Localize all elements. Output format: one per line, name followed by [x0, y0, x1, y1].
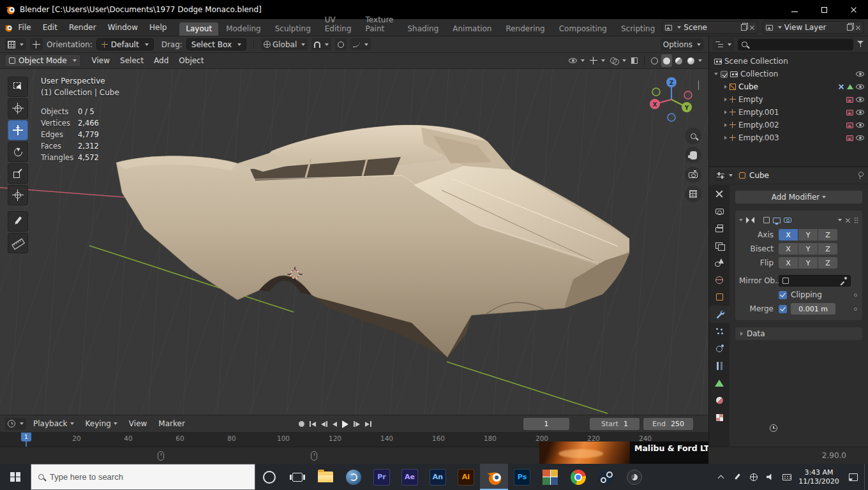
remove-view-layer-icon[interactable]	[855, 25, 861, 31]
tab-modifiers[interactable]	[709, 306, 730, 323]
show-desktop-button[interactable]	[864, 464, 868, 490]
menu-help[interactable]: Help	[144, 19, 172, 36]
gizmo-neg-x-axis[interactable]	[684, 91, 692, 99]
tab-material[interactable]	[709, 392, 730, 409]
timeline-editor-selector[interactable]	[5, 418, 26, 430]
gizmo-neg-y-axis[interactable]	[652, 88, 660, 96]
jump-to-end-button[interactable]	[365, 421, 371, 427]
shading-wireframe-button[interactable]	[649, 54, 660, 67]
outliner-row-empty-003[interactable]: Empty.003	[709, 131, 868, 144]
pin-icon[interactable]	[857, 172, 863, 179]
edit-mode-display-toggle[interactable]	[763, 217, 770, 223]
blender-app-menu-icon[interactable]	[4, 23, 13, 33]
menu-keying[interactable]: Keying	[81, 419, 122, 428]
tab-texture[interactable]	[709, 409, 730, 426]
tab-physics[interactable]	[709, 340, 730, 357]
outliner-search-input[interactable]	[751, 41, 849, 48]
menu-object[interactable]: Object	[174, 56, 208, 65]
tab-animation[interactable]: Animation	[446, 22, 498, 36]
tab-shading[interactable]: Shading	[401, 22, 445, 36]
tool-measure[interactable]	[8, 233, 28, 253]
tool-scale[interactable]	[8, 163, 28, 184]
taskbar-photos[interactable]	[536, 464, 564, 490]
editor-type-selector[interactable]	[5, 38, 26, 50]
active-tool-indicator[interactable]	[30, 38, 43, 50]
zoom-button[interactable]	[685, 128, 701, 144]
shading-solid-button[interactable]	[661, 54, 672, 67]
disclosure-icon[interactable]	[724, 98, 727, 101]
navigation-gizmo[interactable]: Z Y X	[646, 75, 700, 129]
snap-toggle[interactable]	[311, 38, 331, 50]
falloff-dropdown[interactable]	[350, 38, 371, 50]
unlink-scene-icon[interactable]	[749, 25, 755, 31]
pan-button[interactable]	[685, 147, 701, 163]
tab-world[interactable]	[709, 271, 730, 288]
transform-orientation-dropdown[interactable]: Global	[261, 38, 308, 50]
tray-volume[interactable]	[762, 464, 779, 490]
outliner-row-empty-002[interactable]: Empty.002	[709, 119, 868, 131]
car-model-3d[interactable]	[116, 125, 629, 357]
tray-network[interactable]	[745, 464, 762, 490]
tray-touch-keyboard[interactable]	[779, 464, 795, 490]
action-center-button[interactable]	[842, 464, 864, 490]
start-button[interactable]	[0, 464, 31, 490]
drag-dropdown[interactable]: Select Box	[186, 38, 246, 50]
tab-object[interactable]	[709, 288, 730, 306]
jump-to-start-button[interactable]	[310, 421, 316, 427]
animate-dot-icon[interactable]	[854, 293, 857, 297]
disclosure-icon[interactable]	[724, 85, 727, 89]
shading-material-button[interactable]	[673, 54, 684, 67]
tool-transform[interactable]	[8, 185, 28, 205]
outliner-row-scene-collection[interactable]: Scene Collection	[709, 55, 868, 68]
merge-threshold-field[interactable]: 0.001 m	[791, 303, 835, 315]
flip-z-button[interactable]: Z	[818, 257, 837, 269]
tool-move[interactable]	[8, 120, 28, 140]
disclosure-icon[interactable]	[724, 123, 727, 127]
overlays-dropdown[interactable]	[608, 54, 628, 67]
taskbar-search[interactable]	[31, 464, 255, 490]
axis-z-button[interactable]: Z	[818, 229, 837, 241]
end-frame-field[interactable]: End250	[643, 418, 693, 430]
cortana-button[interactable]	[255, 464, 283, 490]
disclosure-icon[interactable]	[724, 136, 727, 140]
media-notification-popup[interactable]: Malibu & Ford LTD II Tom Kite...	[539, 442, 708, 464]
taskbar-animate[interactable]: An	[424, 464, 452, 490]
modifier-extras-dropdown[interactable]	[838, 219, 842, 221]
scene-selector[interactable]: Scene	[662, 21, 758, 34]
outliner-row-collection[interactable]: Collection	[709, 68, 868, 80]
tab-render[interactable]	[709, 202, 730, 219]
view-layer-selector[interactable]: View Layer	[763, 21, 864, 34]
menu-add[interactable]: Add	[149, 56, 173, 65]
close-button[interactable]	[839, 0, 868, 19]
hide-eye-icon[interactable]	[856, 122, 864, 128]
tab-particles[interactable]	[709, 323, 730, 340]
clipping-checkbox[interactable]	[779, 291, 787, 299]
previous-keyframe-button[interactable]	[321, 421, 327, 427]
tab-sculpting[interactable]: Sculpting	[269, 22, 317, 36]
taskbar-search-input[interactable]	[50, 472, 248, 482]
playhead-marker[interactable]: 1	[21, 433, 31, 442]
tab-constraints[interactable]	[709, 357, 730, 375]
play-button[interactable]	[342, 420, 348, 428]
menu-render[interactable]: Render	[63, 19, 102, 36]
tab-scripting[interactable]: Scripting	[615, 22, 661, 36]
tab-modeling[interactable]: Modeling	[220, 22, 267, 36]
tab-rendering[interactable]: Rendering	[499, 22, 551, 36]
tab-scene[interactable]	[709, 254, 730, 271]
animate-dot-icon[interactable]	[854, 308, 857, 311]
maximize-button[interactable]	[809, 0, 839, 19]
eyedropper-icon[interactable]	[839, 277, 847, 285]
tab-layout[interactable]: Layout	[179, 22, 218, 36]
taskbar-file-explorer[interactable]	[311, 464, 340, 490]
menu-select[interactable]: Select	[116, 56, 148, 65]
tab-compositing[interactable]: Compositing	[553, 22, 613, 36]
next-keyframe-button[interactable]	[354, 421, 360, 427]
ortho-toggle-button[interactable]	[685, 186, 701, 202]
options-dropdown[interactable]: Options	[661, 38, 703, 50]
tab-texture-paint[interactable]: Texture Paint	[359, 13, 400, 36]
tool-rotate[interactable]	[8, 142, 28, 162]
taskbar-after-effects[interactable]: Ae	[396, 464, 424, 490]
taskbar-premiere-pro[interactable]: Pr	[368, 464, 396, 490]
hide-eye-icon[interactable]	[856, 110, 864, 115]
current-frame-field[interactable]: 1	[523, 418, 569, 430]
